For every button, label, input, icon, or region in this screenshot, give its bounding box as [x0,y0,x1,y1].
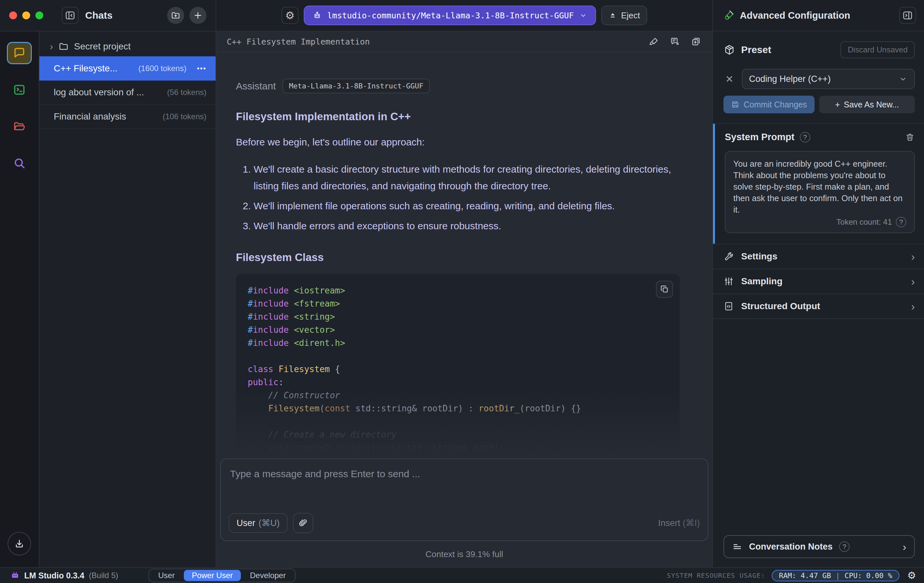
conversation-notes-label: Conversation Notes [749,542,833,552]
nav-chat-button[interactable] [7,42,32,64]
mode-developer[interactable]: Developer [242,570,294,581]
chevron-down-icon [579,11,587,20]
message-list-ordered: We'll create a basic directory structure… [236,161,680,234]
terminal-icon [12,83,26,97]
notes-icon [732,542,742,552]
message-input[interactable]: Type a message and press Enter to send .… [220,459,708,541]
preset-label: Preset [741,44,771,55]
save-as-new-button[interactable]: + Save As New... [819,96,915,113]
resources-usage-label: SYSTEM RESOURCES USAGE: [667,571,765,580]
tidy-chat-button[interactable] [645,33,663,50]
token-count: Token count: 41 [837,217,892,227]
document-code-icon [723,301,734,311]
window-controls [9,12,43,19]
help-icon[interactable]: ? [839,542,850,552]
minimize-window-button[interactable] [22,12,30,19]
model-selector-label: lmstudio-community/Meta-Llama-3.1-8B-Ins… [327,11,574,20]
panel-collapse-button[interactable] [899,7,916,24]
duplicate-icon [691,36,701,47]
resources-usage-pill: RAM: 4.47 GB | CPU: 0.00 % [772,570,899,581]
system-prompt-label: System Prompt [725,132,795,142]
download-icon [14,538,25,549]
chevron-right-icon: › [911,275,915,288]
model-selector[interactable]: lmstudio-community/Meta-Llama-3.1-8B-Ins… [304,6,596,25]
help-icon[interactable]: ? [800,132,810,142]
lm-studio-window: Chats ⚙ [0,0,924,583]
sampling-label: Sampling [741,276,782,287]
commit-changes-label: Commit Changes [744,100,807,109]
preset-dropdown[interactable]: Coding Helper (C++) [742,69,915,89]
trash-icon[interactable] [905,132,915,142]
plus-icon: + [835,100,840,109]
eject-model-button[interactable]: Eject [601,6,647,25]
new-chat-button[interactable] [190,7,206,24]
plus-icon [193,10,203,20]
model-settings-button[interactable]: ⚙ [282,7,299,24]
search-icon [12,156,26,170]
chat-list-item[interactable]: log about version of ... (56 tokens) [39,81,216,105]
user-mode-switcher: User Power User Developer [148,568,295,582]
sampling-section-row[interactable]: Sampling › [713,269,924,294]
zoom-window-button[interactable] [35,12,43,19]
copy-icon [660,285,669,294]
structured-output-label: Structured Output [741,301,820,311]
structured-output-section-row[interactable]: Structured Output › [713,294,924,319]
new-folder-button[interactable] [167,7,184,24]
role-shortcut: (⌘U) [259,518,279,528]
commit-changes-button[interactable]: Commit Changes [723,96,815,113]
nav-developer-button[interactable] [7,79,32,101]
help-icon[interactable]: ? [896,217,906,227]
insert-button[interactable]: Insert (⌘I) [658,518,700,528]
folder-open-icon [12,120,26,133]
folder-icon [58,41,69,52]
chat-list-item[interactable]: C++ Filesyste... (1600 tokens) ••• [39,56,216,81]
nav-discover-button[interactable] [7,152,32,174]
chat-title: log about version of ... [54,87,144,97]
settings-section-row[interactable]: Settings › [713,244,924,269]
pill-separator: | [835,571,840,580]
nav-my-models-button[interactable] [7,115,32,138]
mode-user[interactable]: User [150,570,183,581]
chevron-right-icon: › [911,250,915,263]
advanced-config-header: Advanced Configuration [713,0,924,31]
duplicate-chat-button[interactable] [687,33,705,50]
eject-icon [609,11,617,20]
panel-right-icon [902,10,913,21]
chat-list-item[interactable]: Financial analysis (106 tokens) [39,105,216,129]
role-toggle-button[interactable]: User (⌘U) [229,513,288,533]
preset-value: Coding Helper (C++) [749,74,831,84]
sidebar-collapse-button[interactable] [62,7,79,24]
attach-file-button[interactable] [293,513,313,533]
message-heading: Filesystem Implementation in C++ [236,110,680,123]
context-usage-status: Context is 39.1% full [216,541,712,567]
chevron-right-icon: › [903,540,906,553]
paperclip-icon [298,518,309,528]
system-prompt-editor[interactable]: You are an incredibly good C++ engineer.… [725,151,915,233]
chats-panel-header: Chats [0,0,216,31]
save-icon [731,100,739,109]
downloads-button[interactable] [8,532,31,555]
close-window-button[interactable] [9,12,17,19]
title-bar: Chats ⚙ [0,0,924,31]
nav-rail [0,31,39,567]
chat-folder-secret-project[interactable]: › Secret project [39,37,216,56]
conversation-notes-row[interactable]: Conversation Notes ? › [723,535,915,558]
chat-title: Financial analysis [54,111,126,122]
chat-token-count: (106 tokens) [163,112,206,121]
chat-options-icon[interactable]: ••• [197,64,206,73]
copy-code-button[interactable] [656,281,673,298]
settings-label: Settings [741,251,777,262]
clear-preset-button[interactable]: ✕ [723,73,735,85]
mode-power-user[interactable]: Power User [184,570,241,581]
clear-conversation-button[interactable] [667,33,683,50]
lm-studio-logo-icon [10,571,20,580]
settings-gear-icon[interactable]: ⚙ [907,571,916,580]
assistant-model-badge: Meta-Llama-3.1-8B-Instruct-GGUF [282,79,430,93]
assistant-message: Filesystem Implementation in C++ Before … [236,110,680,459]
wrench-icon [723,251,734,262]
panel-left-icon [64,10,76,21]
chat-main: C++ Filesystem Implementation [216,31,713,567]
chat-token-count: (1600 tokens) [138,64,186,73]
system-prompt-section: System Prompt ? You are an incredibly go… [713,124,924,244]
discard-unsaved-button[interactable]: Discard Unsaved [840,41,915,58]
